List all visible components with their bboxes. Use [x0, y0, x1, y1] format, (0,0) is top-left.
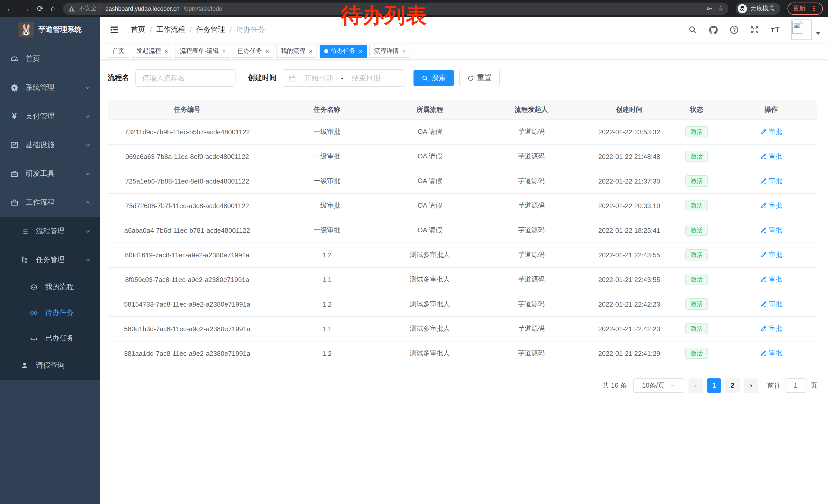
breadcrumb-task-mgmt[interactable]: 任务管理: [197, 25, 225, 34]
approve-link[interactable]: 审批: [760, 176, 782, 186]
table-row-7: 58154733-7ac8-11ec-a9e2-a2380e71991a1.2测…: [108, 292, 817, 316]
search-icon[interactable]: [688, 25, 697, 34]
goto-page-input[interactable]: [785, 378, 806, 393]
incognito-badge: 无痕模式: [736, 2, 780, 15]
sidebar-item-4[interactable]: 研发工具: [0, 159, 100, 188]
search-button[interactable]: 搜索: [413, 70, 454, 86]
github-icon[interactable]: [709, 25, 718, 35]
font-size-icon[interactable]: ᴛT: [771, 25, 780, 34]
page-size-select[interactable]: 10条/页: [633, 378, 685, 393]
breadcrumb-workflow[interactable]: 工作流程: [157, 25, 185, 34]
approve-link[interactable]: 审批: [760, 349, 782, 358]
sidebar-item-1[interactable]: 系统管理: [0, 73, 100, 102]
browser-menu-icon[interactable]: ⋮: [811, 5, 817, 12]
approve-link[interactable]: 审批: [760, 324, 782, 333]
sidebar-item-6[interactable]: 流程管理: [0, 217, 100, 245]
tag-6[interactable]: 流程详情×: [369, 44, 410, 58]
back-icon[interactable]: ←: [6, 4, 14, 12]
forward-icon[interactable]: →: [22, 4, 30, 12]
approve-link[interactable]: 审批: [760, 201, 782, 210]
sidebar-item-2[interactable]: ¥支付管理: [0, 102, 100, 131]
page-button-2[interactable]: 2: [726, 378, 740, 393]
edit-pencil-icon: [760, 227, 767, 234]
chevron-up-icon: [85, 257, 91, 263]
cell-task-name: 一级审批: [267, 218, 387, 242]
page-button-1[interactable]: 1: [707, 378, 721, 393]
chevron-down-icon: [85, 228, 91, 234]
cell-task-name: 一级审批: [267, 120, 387, 144]
sidebar-item-7[interactable]: 任务管理: [0, 245, 100, 274]
start-date-input[interactable]: [300, 74, 337, 82]
fullscreen-icon[interactable]: [750, 25, 759, 34]
reset-button[interactable]: 重置: [459, 70, 500, 86]
breadcrumb-home[interactable]: 首页: [131, 25, 145, 34]
tag-close-icon[interactable]: ×: [266, 48, 269, 54]
tag-1[interactable]: 发起流程×: [132, 44, 173, 58]
password-key-icon[interactable]: [706, 5, 713, 12]
sidebar-item-label: 系统管理: [26, 83, 54, 92]
sidebar-item-11[interactable]: 请假查询: [0, 351, 100, 380]
reload-icon[interactable]: ⟳: [37, 5, 43, 12]
dashboard-icon: [10, 55, 18, 63]
approve-link[interactable]: 审批: [760, 226, 782, 235]
help-icon[interactable]: [730, 25, 739, 34]
sidebar-item-10[interactable]: 已办任务: [0, 326, 100, 351]
approve-link[interactable]: 审批: [760, 275, 782, 284]
sidebar-item-9[interactable]: 待办任务: [0, 300, 100, 326]
cell-starter: 芋道源码: [472, 292, 590, 316]
tag-2[interactable]: 流程表单-编辑×: [175, 44, 230, 58]
yen-icon: ¥: [10, 112, 18, 121]
approve-link[interactable]: 审批: [760, 152, 782, 161]
next-page-button[interactable]: ›: [744, 378, 758, 393]
address-bar[interactable]: 不安全 dashboard.yudao.iocoder.cn /bpm/task…: [63, 2, 729, 15]
cell-starter: 芋道源码: [472, 169, 590, 193]
breadcrumb-separator: /: [150, 26, 152, 34]
sidebar-item-label: 工作流程: [26, 198, 54, 207]
sidebar-item-8[interactable]: 我的流程: [0, 274, 100, 300]
chevron-down-icon: [85, 171, 91, 177]
cell-create-time: 2022-01-22 21:48:48: [590, 144, 668, 169]
tag-3[interactable]: 已办任务×: [233, 44, 274, 58]
process-name-input[interactable]: [135, 69, 236, 87]
sidebar-collapse-icon[interactable]: [105, 25, 124, 35]
cell-process: 测试多审批人: [387, 341, 472, 366]
reset-button-label: 重置: [477, 73, 492, 83]
sidebar-item-0[interactable]: 首页: [0, 45, 100, 73]
end-date-input[interactable]: [347, 74, 384, 82]
insecure-warning-icon: [68, 5, 75, 11]
sidebar-item-3[interactable]: 基础设施: [0, 131, 100, 159]
tag-close-icon[interactable]: ×: [165, 48, 168, 54]
page-buttons: 12: [703, 378, 740, 393]
approve-link[interactable]: 审批: [760, 300, 782, 309]
prev-page-button[interactable]: ‹: [689, 378, 703, 393]
sidebar-item-5[interactable]: 工作流程: [0, 188, 100, 217]
approve-link-label: 审批: [769, 152, 782, 161]
tag-close-icon[interactable]: ×: [309, 48, 313, 54]
user-avatar[interactable]: [791, 19, 821, 40]
avatar-caret-icon[interactable]: [816, 32, 821, 35]
tag-0[interactable]: 首页: [108, 44, 129, 58]
date-range-picker[interactable]: -: [283, 69, 404, 87]
approve-link[interactable]: 审批: [760, 250, 782, 260]
tag-close-icon[interactable]: ×: [222, 48, 226, 54]
home-icon[interactable]: ⌂: [50, 4, 56, 13]
status-badge: 激活: [686, 200, 708, 211]
cell-starter: 芋道源码: [472, 316, 590, 341]
chevron-down-icon: [85, 113, 91, 120]
cell-task-name: 1.1: [267, 316, 387, 341]
tag-4[interactable]: 我的流程×: [276, 44, 317, 58]
tag-close-icon[interactable]: ×: [359, 48, 363, 54]
update-button[interactable]: 更新 ⋮: [787, 2, 823, 15]
breadcrumb-current: 待办任务: [236, 25, 265, 34]
sidebar-logo[interactable]: 🐰 芋道管理系统: [0, 17, 100, 43]
tag-close-icon[interactable]: ×: [402, 48, 406, 54]
status-badge: 激活: [686, 225, 708, 236]
pagination: 共 16 条 10条/页 ‹ 12 › 前往 页: [108, 378, 817, 393]
cell-starter: 芋道源码: [472, 144, 590, 169]
approve-link[interactable]: 审批: [760, 127, 782, 136]
tag-5[interactable]: 待办任务×: [320, 44, 367, 58]
cell-create-time: 2022-01-22 21:37:30: [590, 169, 668, 193]
screen: ← → ⟳ ⌂ 不安全 dashboard.yudao.iocoder.cn /…: [0, 0, 828, 504]
bookmark-star-icon[interactable]: ☆: [717, 5, 723, 12]
cell-task-id: 069c6a63-7b8a-11ec-8ef0-acde48001122: [108, 144, 267, 169]
